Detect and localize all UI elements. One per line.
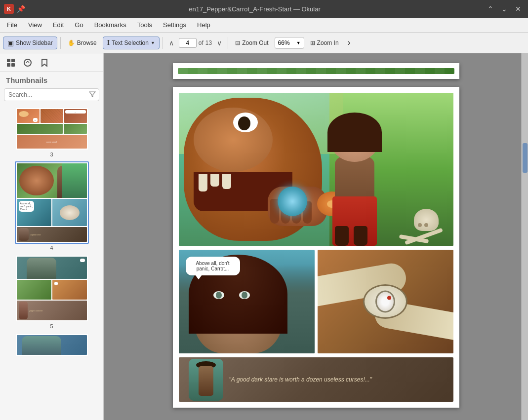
minimize-button[interactable]: ⌃	[485, 3, 496, 15]
pin-icon[interactable]: 📌	[17, 5, 25, 13]
caption-text: "A good dark stare is worth a dozen usel…	[229, 376, 372, 384]
thumbnail-image-6	[15, 333, 89, 357]
thumbnail-page-5[interactable]: ... ... page 5 content	[15, 255, 89, 329]
bottom-panels: Above all, don't panic, Carrot...	[179, 250, 453, 353]
thumbnails-view-button[interactable]	[4, 56, 18, 70]
menu-help[interactable]: Help	[192, 19, 215, 31]
zoom-in-button[interactable]: ⊞ Zoom In	[306, 38, 343, 48]
zoom-in-label: Zoom In	[317, 39, 339, 46]
toolbar-separator-2	[162, 37, 163, 49]
text-selection-icon: I	[107, 39, 110, 47]
app-icon: K	[4, 4, 14, 14]
zoom-level-dropdown[interactable]: 66% ▼	[275, 37, 304, 49]
show-sidebar-label: Show Sidebar	[16, 39, 53, 46]
browse-label: Browse	[77, 39, 97, 46]
svg-rect-1	[11, 59, 15, 62]
pdf-view[interactable]: Above all, don't panic, Carrot...	[104, 53, 528, 420]
bookmarks-view-button[interactable]	[38, 56, 51, 70]
toolbar-separator-1	[60, 37, 61, 49]
search-input[interactable]	[7, 90, 89, 100]
next-page-button[interactable]: ∨	[214, 38, 225, 48]
sidebar-title: Thumbnails	[0, 72, 103, 88]
titlebar-left: K 📌	[4, 4, 25, 14]
panel-bottom-right	[318, 250, 453, 353]
menu-view[interactable]: View	[23, 19, 47, 31]
scroll-thumb[interactable]	[523, 143, 528, 173]
menu-file[interactable]: File	[2, 19, 22, 31]
main-toolbar: ▣ Show Sidebar ✋ Browse I Text Selection…	[0, 33, 528, 53]
svg-rect-0	[7, 59, 10, 62]
thumbnail-label-5: 5	[50, 323, 53, 329]
prev-page-button[interactable]: ∧	[166, 38, 177, 48]
zoom-out-label: Zoom Out	[242, 39, 268, 46]
page-number-input[interactable]	[179, 38, 197, 48]
panel-bottom-left: Above all, don't panic, Carrot...	[179, 250, 315, 353]
browse-icon: ✋	[68, 39, 75, 46]
secondary-toolbar	[0, 53, 103, 72]
right-scrollbar[interactable]	[521, 53, 528, 420]
content-area: Above all, don't panic, Carrot...	[104, 53, 528, 420]
page-navigation: ∧ of 13 ∨	[166, 38, 225, 48]
thumbnail-image-3: ... ...	[15, 107, 89, 151]
thumbnail-label-4: 4	[50, 245, 53, 251]
thumbnail-image-4: Above all,don't panic,Carrot... caption …	[15, 161, 89, 244]
menu-settings[interactable]: Settings	[158, 19, 191, 31]
thumbnails-list: ... ...	[0, 105, 103, 420]
thumbnail-page-4[interactable]: Above all,don't panic,Carrot... caption …	[15, 161, 89, 251]
window-title: en17_Pepper&Carrot_A-Fresh-Start — Okula…	[189, 5, 321, 13]
panel-caption: "A good dark stare is worth a dozen usel…	[179, 357, 453, 402]
menu-tools[interactable]: Tools	[132, 19, 157, 31]
panel-top-scene	[179, 93, 453, 246]
thumbnail-image-5: ... ... page 5 content	[15, 255, 89, 322]
zoom-dropdown-icon: ▼	[296, 40, 301, 45]
zoom-level-value: 66%	[278, 39, 290, 46]
thumbnail-label-3: 3	[50, 152, 53, 157]
window-controls: ⌃ ⌄ ✕	[485, 3, 524, 15]
show-sidebar-button[interactable]: ▣ Show Sidebar	[3, 37, 57, 49]
text-selection-dropdown-icon: ▼	[151, 40, 155, 45]
browse-button[interactable]: ✋ Browse	[64, 38, 101, 48]
page-total: 13	[205, 39, 212, 46]
sidebar-icon: ▣	[7, 39, 14, 47]
menu-bookmarks[interactable]: Bookmarks	[89, 19, 131, 31]
thumbnail-page-6[interactable]	[15, 333, 89, 357]
speech-bubble-text: Above all, don't panic, Carrot...	[196, 261, 229, 271]
menu-edit[interactable]: Edit	[48, 19, 69, 31]
thumbnail-page-3[interactable]: ... ...	[15, 107, 89, 157]
page-top-strip	[173, 63, 459, 79]
search-bar	[4, 88, 99, 101]
svg-point-4	[24, 59, 31, 66]
menubar: File View Edit Go Bookmarks Tools Settin…	[0, 18, 528, 33]
text-selection-button[interactable]: I Text Selection ▼	[103, 37, 160, 49]
maximize-button[interactable]: ⌄	[498, 3, 510, 15]
sidebar: Thumbnails ...	[0, 53, 104, 420]
page-of-label: of	[199, 39, 203, 46]
toolbar-separator-3	[228, 37, 228, 49]
close-button[interactable]: ✕	[512, 3, 524, 15]
zoom-out-button[interactable]: ⊟ Zoom Out	[231, 38, 272, 48]
menu-go[interactable]: Go	[70, 19, 88, 31]
zoom-in-icon: ⊞	[310, 39, 315, 46]
page-4-container: Above all, don't panic, Carrot...	[173, 87, 459, 408]
more-tools-button[interactable]: ›	[345, 37, 354, 49]
filter-button[interactable]	[89, 91, 96, 99]
annotations-view-button[interactable]	[21, 56, 35, 70]
svg-rect-3	[11, 63, 15, 67]
zoom-out-icon: ⊟	[235, 39, 240, 46]
main-area: Thumbnails ...	[0, 53, 528, 420]
text-selection-label: Text Selection	[112, 39, 149, 46]
titlebar: K 📌 en17_Pepper&Carrot_A-Fresh-Start — O…	[0, 0, 528, 18]
svg-rect-2	[7, 63, 10, 67]
speech-bubble: Above all, don't panic, Carrot...	[186, 257, 240, 275]
